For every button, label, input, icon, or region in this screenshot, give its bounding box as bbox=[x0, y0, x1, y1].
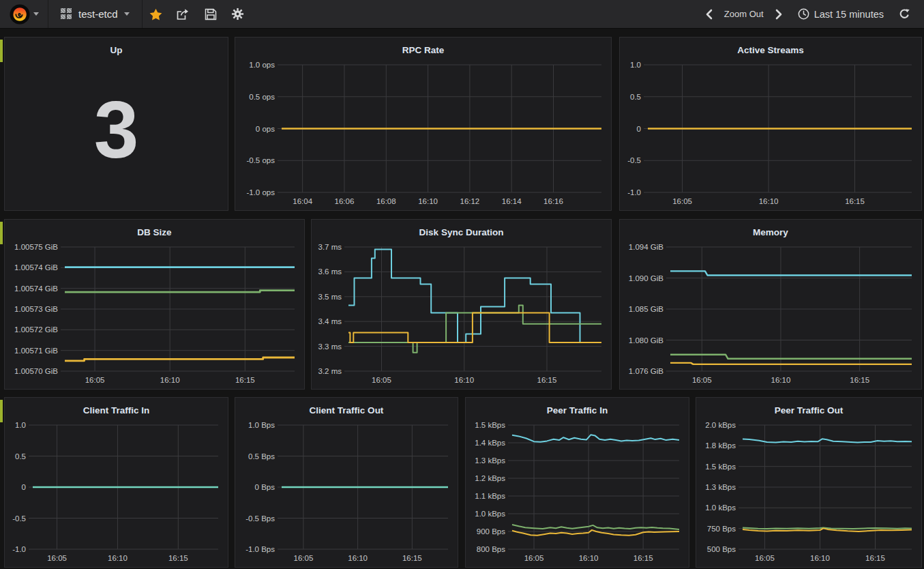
svg-text:16:10: 16:10 bbox=[160, 376, 180, 384]
svg-text:3.5 ms: 3.5 ms bbox=[318, 293, 342, 301]
svg-text:16:05: 16:05 bbox=[47, 554, 67, 562]
star-dashboard-button[interactable] bbox=[143, 0, 170, 28]
grafana-menu-button[interactable] bbox=[0, 0, 48, 28]
panel-title[interactable]: Client Traffic In bbox=[5, 398, 228, 415]
svg-text:0: 0 bbox=[637, 125, 641, 133]
svg-text:3.4 ms: 3.4 ms bbox=[318, 317, 342, 325]
svg-text:1.1 kBps: 1.1 kBps bbox=[475, 492, 505, 500]
dashboard-picker[interactable]: test-etcd bbox=[48, 0, 142, 28]
navbar-time-controls: Zoom Out Last 15 minutes bbox=[700, 0, 924, 28]
chart-svg: 2.0 kBps1.8 kBps1.5 kBps1.3 kBps1.0 kBps… bbox=[696, 418, 921, 567]
panel-peer-traffic-out: Peer Traffic Out 2.0 kBps1.8 kBps1.5 kBp… bbox=[696, 397, 922, 568]
svg-text:-1.0 ops: -1.0 ops bbox=[246, 188, 275, 196]
svg-text:1.00573 GiB: 1.00573 GiB bbox=[14, 305, 58, 313]
client-traffic-in-chart[interactable]: 1.00.50-0.5-1.016:0516:1016:15 bbox=[5, 418, 228, 567]
svg-text:900 Bps: 900 Bps bbox=[477, 527, 505, 536]
svg-text:750 Bps: 750 Bps bbox=[707, 525, 736, 533]
refresh-icon bbox=[899, 8, 910, 20]
disk-sync-duration-chart[interactable]: 3.7 ms3.6 ms3.5 ms3.4 ms3.3 ms3.2 ms16:0… bbox=[312, 240, 611, 389]
svg-text:16:05: 16:05 bbox=[755, 554, 775, 562]
svg-text:16:10: 16:10 bbox=[348, 554, 368, 562]
svg-text:16:08: 16:08 bbox=[376, 197, 396, 205]
panel-title[interactable]: Up bbox=[5, 38, 228, 55]
row-collapse-handle[interactable] bbox=[0, 400, 3, 422]
svg-text:1.00571 GiB: 1.00571 GiB bbox=[14, 347, 58, 355]
svg-text:0.5: 0.5 bbox=[630, 93, 641, 101]
chevron-down-icon bbox=[124, 12, 130, 16]
peer-traffic-out-chart[interactable]: 2.0 kBps1.8 kBps1.5 kBps1.3 kBps1.0 kBps… bbox=[696, 418, 921, 567]
peer-traffic-in-chart[interactable]: 1.5 kBps1.4 kBps1.3 kBps1.2 kBps1.1 kBps… bbox=[466, 418, 689, 567]
svg-text:1.5 kBps: 1.5 kBps bbox=[475, 421, 505, 429]
singlestat-big-value: 3 bbox=[5, 58, 228, 210]
panel-title[interactable]: Peer Traffic In bbox=[466, 398, 689, 415]
svg-text:1.0: 1.0 bbox=[15, 421, 26, 429]
svg-text:16:15: 16:15 bbox=[537, 376, 557, 384]
chevron-left-icon bbox=[705, 9, 713, 20]
panel-client-traffic-in: Client Traffic In 1.00.50-0.5-1.016:0516… bbox=[4, 397, 228, 568]
panel-title[interactable]: Peer Traffic Out bbox=[696, 398, 921, 415]
singlestat-value: 3 bbox=[5, 58, 228, 210]
svg-text:1.00574 GiB: 1.00574 GiB bbox=[14, 263, 58, 272]
svg-text:1.0 kBps: 1.0 kBps bbox=[475, 510, 505, 518]
svg-text:1.3 kBps: 1.3 kBps bbox=[475, 456, 505, 465]
svg-text:1.5 kBps: 1.5 kBps bbox=[705, 463, 736, 471]
row-collapse-handle[interactable] bbox=[0, 222, 3, 244]
svg-text:16:05: 16:05 bbox=[372, 376, 391, 384]
svg-text:16:14: 16:14 bbox=[502, 197, 522, 205]
svg-text:16:10: 16:10 bbox=[454, 376, 474, 384]
svg-text:16:15: 16:15 bbox=[168, 554, 188, 562]
svg-text:1.00570 GiB: 1.00570 GiB bbox=[14, 367, 58, 375]
time-range-picker[interactable]: Last 15 minutes bbox=[788, 8, 893, 20]
save-dashboard-button[interactable] bbox=[197, 0, 224, 28]
panel-peer-traffic-in: Peer Traffic In 1.5 kBps1.4 kBps1.3 kBps… bbox=[465, 397, 689, 568]
svg-text:1.8 kBps: 1.8 kBps bbox=[705, 441, 736, 450]
svg-text:16:15: 16:15 bbox=[845, 197, 865, 205]
dashboard-title: test-etcd bbox=[78, 8, 118, 20]
grafana-logo-icon bbox=[10, 4, 30, 25]
svg-text:16:15: 16:15 bbox=[865, 554, 885, 562]
svg-text:-1.0 Bps: -1.0 Bps bbox=[245, 545, 275, 553]
svg-text:-0.5: -0.5 bbox=[12, 514, 26, 523]
svg-text:16:10: 16:10 bbox=[771, 376, 791, 384]
rpc-rate-chart[interactable]: 1.0 ops0.5 ops0 ops-0.5 ops-1.0 ops16:04… bbox=[235, 58, 611, 210]
svg-text:3.2 ms: 3.2 ms bbox=[318, 367, 342, 375]
chart-svg: 1.0 Bps0.5 Bps0 Bps-0.5 Bps-1.0 Bps16:05… bbox=[235, 418, 458, 567]
refresh-button[interactable] bbox=[893, 0, 916, 28]
chart-svg: 3.7 ms3.6 ms3.5 ms3.4 ms3.3 ms3.2 ms16:0… bbox=[312, 240, 611, 389]
time-range-label: Last 15 minutes bbox=[814, 9, 884, 20]
dashboard-settings-button[interactable] bbox=[224, 0, 252, 28]
svg-text:16:06: 16:06 bbox=[335, 197, 355, 205]
svg-text:16:05: 16:05 bbox=[85, 376, 105, 384]
svg-text:0.5 ops: 0.5 ops bbox=[249, 93, 275, 101]
share-dashboard-button[interactable] bbox=[170, 0, 197, 28]
panel-title[interactable]: Memory bbox=[620, 220, 921, 237]
chart-svg: 1.00575 GiB1.00574 GiB1.00574 GiB1.00573… bbox=[5, 240, 304, 389]
svg-text:16:15: 16:15 bbox=[634, 554, 653, 562]
row-collapse-handle[interactable] bbox=[0, 40, 3, 62]
time-shift-back-button[interactable] bbox=[700, 0, 719, 28]
svg-text:1.076 GiB: 1.076 GiB bbox=[629, 367, 664, 375]
svg-text:0 ops: 0 ops bbox=[256, 125, 275, 133]
svg-text:16:15: 16:15 bbox=[235, 376, 255, 384]
zoom-out-button[interactable]: Zoom Out bbox=[719, 0, 769, 28]
svg-text:1.090 GiB: 1.090 GiB bbox=[629, 274, 664, 282]
share-icon bbox=[177, 8, 190, 20]
db-size-chart[interactable]: 1.00575 GiB1.00574 GiB1.00574 GiB1.00573… bbox=[5, 240, 304, 389]
svg-text:16:15: 16:15 bbox=[402, 554, 422, 562]
panel-title[interactable]: Disk Sync Duration bbox=[312, 220, 611, 237]
active-streams-chart[interactable]: 1.00.50-0.5-1.016:0516:1016:15 bbox=[620, 58, 921, 210]
panel-title[interactable]: Client Traffic Out bbox=[235, 398, 458, 415]
time-shift-forward-button[interactable] bbox=[769, 0, 788, 28]
svg-text:0.5 Bps: 0.5 Bps bbox=[248, 452, 275, 461]
svg-text:-0.5: -0.5 bbox=[627, 156, 641, 164]
chevron-right-icon bbox=[775, 9, 783, 20]
svg-text:16:05: 16:05 bbox=[672, 197, 692, 205]
panel-title[interactable]: Active Streams bbox=[620, 38, 921, 55]
panel-title[interactable]: DB Size bbox=[5, 220, 304, 237]
client-traffic-out-chart[interactable]: 1.0 Bps0.5 Bps0 Bps-0.5 Bps-1.0 Bps16:05… bbox=[235, 418, 458, 567]
svg-text:1.0 Bps: 1.0 Bps bbox=[248, 421, 275, 429]
panel-title[interactable]: RPC Rate bbox=[235, 38, 611, 55]
panel-rpc-rate: RPC Rate 1.0 ops0.5 ops0 ops-0.5 ops-1.0… bbox=[235, 37, 612, 211]
memory-chart[interactable]: 1.094 GiB1.090 GiB1.085 GiB1.080 GiB1.07… bbox=[620, 240, 921, 389]
svg-text:16:10: 16:10 bbox=[579, 554, 599, 562]
